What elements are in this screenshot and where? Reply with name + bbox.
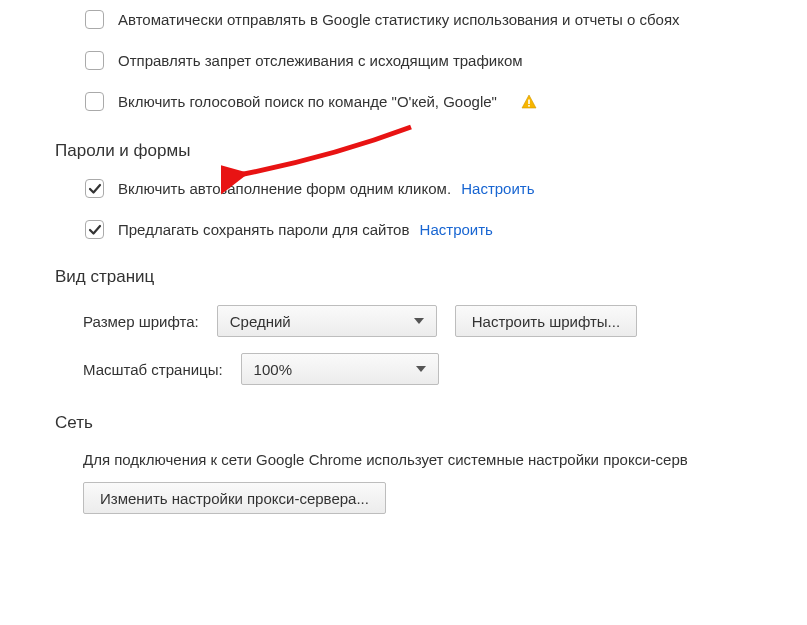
save-passwords-configure-link[interactable]: Настроить	[420, 221, 493, 238]
font-size-row: Размер шрифта: Средний Настроить шрифты.…	[83, 305, 807, 337]
appearance-heading: Вид страниц	[55, 267, 807, 287]
save-passwords-checkbox[interactable]	[85, 220, 104, 239]
voice-search-row[interactable]: Включить голосовой поиск по команде "О'к…	[85, 92, 807, 111]
stats-reports-row[interactable]: Автоматически отправлять в Google статис…	[85, 10, 807, 29]
font-size-label: Размер шрифта:	[83, 313, 199, 330]
autofill-configure-link[interactable]: Настроить	[461, 180, 534, 197]
page-zoom-select[interactable]: 100%	[241, 353, 439, 385]
passwords-forms-heading: Пароли и формы	[55, 141, 807, 161]
svg-rect-1	[528, 105, 530, 107]
autofill-label: Включить автозаполнение форм одним клико…	[118, 180, 451, 197]
font-size-select[interactable]: Средний	[217, 305, 437, 337]
stats-reports-checkbox[interactable]	[85, 10, 104, 29]
font-size-value: Средний	[230, 313, 291, 330]
save-passwords-label: Предлагать сохранять пароли для сайтов	[118, 221, 409, 238]
do-not-track-row[interactable]: Отправлять запрет отслеживания с исходящ…	[85, 51, 807, 70]
voice-search-label: Включить голосовой поиск по команде "О'к…	[118, 93, 497, 110]
proxy-settings-button[interactable]: Изменить настройки прокси-сервера...	[83, 482, 386, 514]
do-not-track-checkbox[interactable]	[85, 51, 104, 70]
do-not-track-label: Отправлять запрет отслеживания с исходящ…	[118, 52, 523, 69]
svg-rect-0	[528, 99, 530, 104]
page-zoom-value: 100%	[254, 361, 292, 378]
voice-search-checkbox[interactable]	[85, 92, 104, 111]
network-heading: Сеть	[55, 413, 807, 433]
warning-icon	[521, 94, 537, 110]
autofill-row[interactable]: Включить автозаполнение форм одним клико…	[85, 179, 807, 198]
page-zoom-row: Масштаб страницы: 100%	[83, 353, 807, 385]
chevron-down-icon	[414, 318, 424, 324]
save-passwords-row[interactable]: Предлагать сохранять пароли для сайтов Н…	[85, 220, 807, 239]
network-description: Для подключения к сети Google Chrome исп…	[83, 451, 807, 468]
stats-reports-label: Автоматически отправлять в Google статис…	[118, 11, 680, 28]
chevron-down-icon	[416, 366, 426, 372]
autofill-checkbox[interactable]	[85, 179, 104, 198]
page-zoom-label: Масштаб страницы:	[83, 361, 223, 378]
configure-fonts-button[interactable]: Настроить шрифты...	[455, 305, 637, 337]
